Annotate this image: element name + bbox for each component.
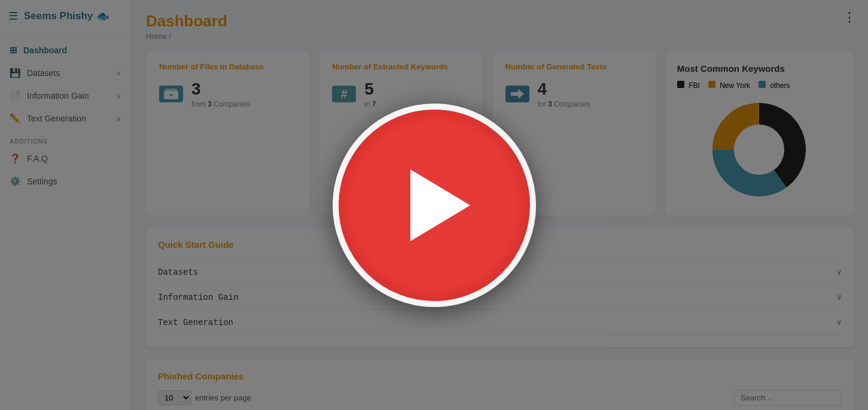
video-overlay[interactable] bbox=[0, 0, 868, 410]
play-button[interactable] bbox=[333, 104, 536, 307]
play-triangle-icon bbox=[410, 169, 470, 241]
